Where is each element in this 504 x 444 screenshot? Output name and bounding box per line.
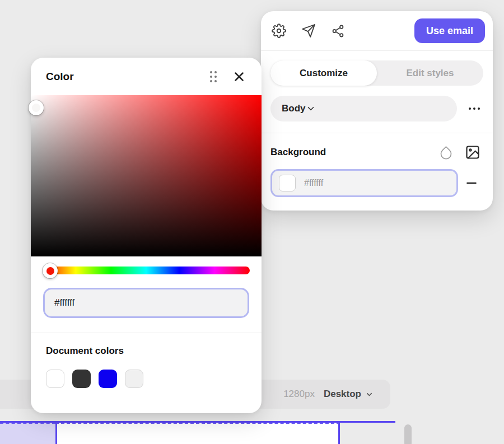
canvas-body-margin[interactable] (0, 423, 55, 444)
settings-button[interactable] (272, 24, 286, 38)
device-selector[interactable]: Desktop (324, 389, 374, 400)
document-colors-title: Document colors (46, 345, 246, 357)
document-color-swatch-white[interactable] (46, 370, 64, 388)
use-email-button[interactable]: Use email (414, 18, 485, 43)
canvas-content-row[interactable] (55, 423, 340, 444)
background-image-mode-button[interactable] (465, 144, 480, 160)
panel-drag-handle[interactable] (210, 71, 217, 82)
hex-color-input[interactable] (54, 297, 238, 309)
image-icon (465, 144, 480, 160)
hue-slider-handle[interactable] (43, 263, 58, 278)
inspector-tabs: Customize Edit styles (270, 60, 483, 86)
background-color-swatch[interactable] (279, 175, 296, 191)
background-color-field[interactable] (270, 169, 458, 197)
share-button[interactable] (331, 24, 345, 38)
chevron-down-icon (306, 104, 316, 114)
document-color-swatch-blue[interactable] (99, 370, 117, 388)
share-icon (331, 24, 345, 38)
element-dropdown[interactable]: Body (270, 96, 457, 121)
inspector-toolbar: Use email (261, 11, 493, 50)
ellipsis-icon (469, 108, 480, 110)
color-picker-panel: Color Document colors (31, 58, 262, 413)
document-color-swatch-dark[interactable] (72, 370, 91, 388)
send-icon (301, 24, 316, 38)
hex-color-field[interactable] (43, 288, 249, 318)
close-icon (232, 69, 246, 84)
remove-background-button[interactable] (464, 176, 479, 190)
tab-edit-styles[interactable]: Edit styles (377, 60, 483, 86)
device-selector-label: Desktop (324, 389, 361, 400)
viewport-width-label: 1280px (283, 389, 315, 400)
saturation-brightness-area[interactable] (31, 95, 262, 256)
saturation-picker-handle[interactable] (29, 100, 44, 115)
element-dropdown-value: Body (282, 103, 306, 114)
inspector-panel: Use email Customize Edit styles Body Bac… (261, 11, 493, 211)
background-section-label: Background (270, 147, 326, 158)
minus-icon (464, 176, 479, 190)
tab-customize[interactable]: Customize (270, 60, 377, 86)
chevron-down-icon (365, 390, 374, 399)
document-color-swatch-gray[interactable] (125, 370, 143, 388)
hue-slider[interactable] (43, 267, 250, 274)
close-panel-button[interactable] (232, 69, 246, 84)
settings-icon (272, 24, 286, 38)
color-panel-title: Color (46, 71, 74, 83)
background-hex-input[interactable] (304, 178, 416, 188)
canvas-selected-body[interactable] (0, 421, 395, 444)
document-colors-row (46, 370, 246, 388)
send-test-button[interactable] (301, 24, 316, 38)
droplet-icon (438, 145, 454, 160)
more-options-button[interactable] (469, 108, 480, 110)
canvas-scrollbar[interactable] (404, 424, 412, 444)
background-color-mode-button[interactable] (438, 145, 454, 160)
